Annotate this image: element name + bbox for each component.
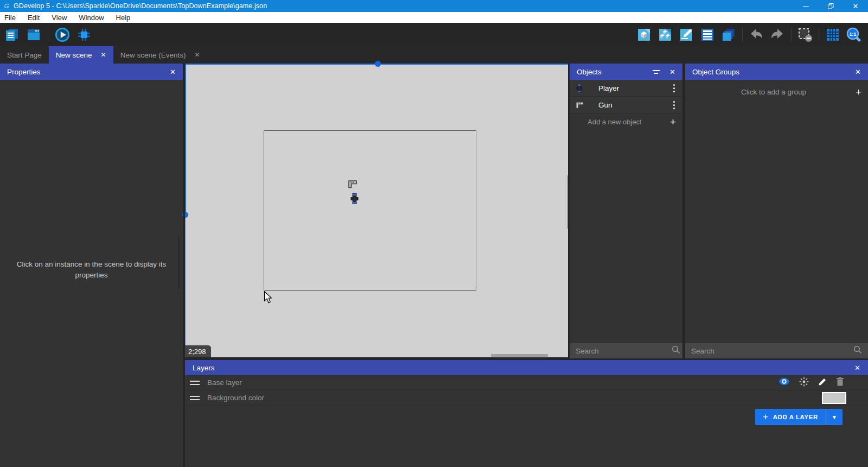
scene-canvas[interactable]: 2;298 [185,64,568,357]
properties-empty-message: Click on an instance in the scene to dis… [10,259,173,281]
add-layer-button[interactable]: + ADD A LAYER ▼ [755,409,843,425]
minimize-icon[interactable] [793,0,818,12]
menu-help[interactable]: Help [110,12,137,23]
close-icon[interactable]: ✕ [843,0,868,12]
menu-edit[interactable]: Edit [22,12,46,23]
tab-close-icon[interactable]: ✕ [194,51,200,59]
close-icon[interactable]: ✕ [854,364,860,372]
object-name: Gun [598,101,612,109]
kebab-menu-icon[interactable] [671,83,677,93]
object-groups-icon[interactable] [658,27,673,42]
search-icon [853,345,862,356]
player-instance[interactable] [350,193,359,206]
toolbar: 1:1 [0,23,868,46]
window-title: GDevelop 5 - C:\Users\Sparkle\OneDrive\D… [14,2,267,10]
scene-window-rect [264,130,476,291]
tab-close-icon[interactable]: ✕ [101,51,106,59]
pencil-icon[interactable] [818,377,827,388]
add-new-object-button[interactable]: Add a new object + [570,113,682,130]
panel-title: Objects [577,68,602,76]
panel-divider [183,64,185,467]
close-icon[interactable]: ✕ [669,68,675,76]
cursor-coordinates-badge: 2;298 [185,345,211,357]
panel-divider [568,64,570,358]
toolbar-separator [48,28,48,42]
toolbar-separator [791,28,792,42]
objects-panel-header: Objects ✕ [570,64,682,80]
drag-handle-icon[interactable] [189,396,200,400]
kebab-menu-icon[interactable] [671,100,677,110]
deselect-icon[interactable] [797,27,813,42]
layer-name: Base layer [207,378,242,387]
object-groups-panel: Object Groups ✕ Click to add a group + [685,64,868,358]
add-new-object-label: Add a new object [588,118,642,126]
close-icon[interactable]: ✕ [855,68,861,76]
redo-icon[interactable] [770,27,785,42]
drag-handle-icon[interactable] [189,381,200,385]
objects-search-bar [570,343,682,358]
canvas-horizontal-scrollbar[interactable] [491,354,548,357]
layers-editor-icon[interactable] [721,27,736,42]
add-group-label: Click to add a group [692,88,856,96]
properties-panel-header: Properties ✕ [0,64,183,80]
close-icon[interactable]: ✕ [170,68,176,76]
resize-handle-top[interactable] [375,61,381,67]
objects-search-input[interactable] [576,347,672,355]
panel-title: Object Groups [692,68,739,76]
mouse-cursor-icon [264,291,274,307]
menubar: File Edit View Window Help [0,12,868,23]
properties-panel: Properties ✕ Click on an instance in the… [0,64,183,467]
canvas-selection-border-left-faded [185,215,186,357]
scene-window-icon[interactable] [26,27,41,42]
groups-search-bar [685,343,868,358]
gdevelop-logo-icon: G [3,2,10,10]
panel-divider [682,64,685,358]
add-layer-button-main[interactable]: + ADD A LAYER [755,412,826,422]
undo-icon[interactable] [749,27,764,42]
objects-panel: Objects ✕ Player Gun Add a new object + [570,64,682,358]
objects-editor-icon[interactable] [636,27,652,42]
debug-icon[interactable] [76,27,92,42]
grid-icon[interactable] [825,27,840,42]
tab-new-scene[interactable]: New scene ✕ [49,46,113,64]
layer-row-background-color[interactable]: Background color [185,390,868,406]
project-manager-icon[interactable] [4,27,20,42]
restore-icon[interactable] [818,0,843,12]
groups-search-input[interactable] [691,347,853,355]
canvas-selection-border-left [185,64,186,215]
plus-icon: + [856,87,861,97]
tab-new-scene-events[interactable]: New scene (Events) ✕ [113,46,207,64]
panel-title: Properties [7,68,41,76]
zoom-original-icon[interactable]: 1:1 [846,27,861,42]
menu-window[interactable]: Window [73,12,110,23]
tab-start-page[interactable]: Start Page [0,46,49,64]
svg-text:1:1: 1:1 [850,31,857,36]
add-group-row[interactable]: Click to add a group + [685,84,868,100]
layers-panel-header: Layers ✕ [185,360,868,375]
layer-name: Background color [207,394,264,402]
background-color-swatch[interactable] [822,392,846,404]
menu-file[interactable]: File [0,12,22,23]
properties-editor-icon[interactable] [679,27,694,42]
object-row-gun[interactable]: Gun [570,97,682,113]
instances-list-icon[interactable] [700,27,715,42]
tab-label: Start Page [7,51,42,59]
play-icon[interactable] [55,27,70,42]
effects-icon[interactable] [799,377,809,389]
object-row-player[interactable]: Player [570,80,682,97]
gun-instance[interactable] [348,180,358,191]
layer-row-base[interactable]: Base layer [185,375,868,390]
toolbar-right: 1:1 [636,27,868,42]
eye-icon[interactable] [778,377,790,388]
properties-scrollbar[interactable] [178,237,180,289]
filter-icon[interactable] [653,70,660,74]
titlebar: G GDevelop 5 - C:\Users\Sparkle\OneDrive… [0,0,868,12]
chevron-down-icon[interactable]: ▼ [826,414,843,420]
menu-view[interactable]: View [46,12,73,23]
object-groups-panel-header: Object Groups ✕ [685,64,868,80]
layer-actions [778,377,844,389]
tabbar: Start Page New scene ✕ New scene (Events… [0,46,868,64]
add-layer-label: ADD A LAYER [773,414,818,420]
toolbar-left [0,27,92,42]
trash-icon[interactable] [836,377,844,388]
